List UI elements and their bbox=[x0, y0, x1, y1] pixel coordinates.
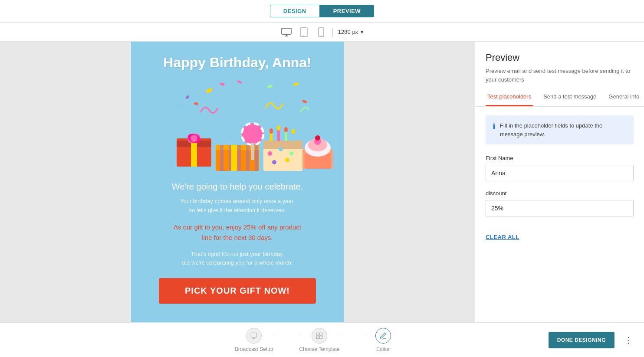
email-body-heading: We're going to help you celebrate. bbox=[144, 182, 331, 192]
svg-point-6 bbox=[321, 35, 322, 36]
svg-point-41 bbox=[269, 128, 273, 134]
panel-content: ℹ Fill in the placeholder fields to upda… bbox=[475, 107, 644, 322]
panel-tabs: Test placeholders Send a test message Ge… bbox=[475, 88, 644, 107]
mobile-icon[interactable] bbox=[315, 27, 327, 37]
svg-rect-60 bbox=[320, 336, 322, 338]
svg-point-7 bbox=[205, 88, 213, 94]
svg-rect-58 bbox=[320, 333, 322, 335]
svg-rect-54 bbox=[251, 333, 257, 337]
discount-label: discount bbox=[486, 190, 634, 197]
svg-point-53 bbox=[315, 135, 320, 141]
email-header: Happy Birthday, Anna! bbox=[131, 42, 344, 71]
step-choose-template[interactable]: Choose Template bbox=[299, 328, 340, 352]
broadcast-setup-label: Broadcast Setup bbox=[235, 346, 273, 352]
email-preview: Happy Birthday, Anna! bbox=[131, 42, 344, 322]
svg-rect-28 bbox=[255, 145, 258, 171]
email-body: We're going to help you celebrate. Your … bbox=[131, 173, 344, 317]
panel-header: Preview Preview email and send test mess… bbox=[475, 42, 644, 88]
more-options-button[interactable]: ⋮ bbox=[621, 333, 635, 347]
svg-point-4 bbox=[303, 35, 304, 36]
svg-point-10 bbox=[280, 92, 286, 98]
preview-tab[interactable]: PREVIEW bbox=[320, 5, 374, 17]
discount-input[interactable] bbox=[486, 200, 634, 216]
cta-button[interactable]: PICK YOUR GIFT NOW! bbox=[159, 278, 316, 304]
svg-point-36 bbox=[272, 160, 276, 164]
editor-label: Editor bbox=[376, 346, 390, 352]
svg-point-45 bbox=[242, 123, 263, 145]
svg-rect-38 bbox=[277, 129, 280, 141]
width-value: 1280 px bbox=[338, 29, 358, 35]
choose-template-label: Choose Template bbox=[299, 346, 340, 352]
svg-point-35 bbox=[285, 158, 289, 162]
editor-icon bbox=[375, 328, 391, 344]
chevron-down-icon: ▾ bbox=[361, 29, 364, 35]
right-panel: Preview Preview email and send test mess… bbox=[475, 42, 644, 322]
panel-title: Preview bbox=[486, 52, 634, 63]
step-editor[interactable]: Editor bbox=[366, 328, 401, 352]
info-box: ℹ Fill in the placeholder fields to upda… bbox=[486, 115, 634, 144]
tab-test-placeholders[interactable]: Test placeholders bbox=[486, 88, 533, 106]
svg-rect-24 bbox=[220, 145, 223, 171]
svg-rect-59 bbox=[316, 336, 319, 338]
svg-point-34 bbox=[289, 151, 294, 156]
svg-point-9 bbox=[266, 84, 273, 88]
svg-point-44 bbox=[292, 129, 295, 134]
first-name-input[interactable] bbox=[486, 165, 634, 181]
svg-rect-29 bbox=[231, 145, 237, 171]
email-subtext: Your birthday comes around only once a y… bbox=[144, 197, 331, 215]
done-designing-button[interactable]: DONE DESIGNING bbox=[549, 332, 614, 348]
svg-point-11 bbox=[194, 102, 199, 105]
tablet-icon[interactable] bbox=[298, 27, 310, 37]
svg-point-43 bbox=[284, 127, 288, 132]
svg-rect-0 bbox=[282, 28, 291, 34]
birthday-illustration bbox=[131, 78, 344, 173]
email-subtext2: That's right! It's not just your birthda… bbox=[144, 250, 331, 268]
step-broadcast-setup[interactable]: Broadcast Setup bbox=[235, 328, 273, 352]
svg-rect-26 bbox=[237, 145, 241, 171]
tab-general-info[interactable]: General info bbox=[607, 88, 641, 106]
svg-point-15 bbox=[302, 99, 307, 104]
svg-point-8 bbox=[219, 82, 225, 86]
clear-all-button[interactable]: CLEAR ALL bbox=[486, 234, 519, 240]
svg-point-14 bbox=[185, 95, 190, 99]
svg-point-21 bbox=[191, 135, 197, 142]
first-name-label: First Name bbox=[486, 155, 634, 161]
choose-template-icon bbox=[312, 328, 327, 344]
divider bbox=[332, 28, 333, 36]
canvas-area[interactable]: Happy Birthday, Anna! bbox=[0, 42, 475, 322]
svg-rect-27 bbox=[246, 145, 250, 171]
desktop-icon[interactable] bbox=[280, 27, 292, 37]
main-area: Happy Birthday, Anna! bbox=[0, 42, 644, 322]
svg-rect-31 bbox=[263, 141, 302, 149]
svg-rect-47 bbox=[251, 143, 254, 160]
bottom-steps: Broadcast Setup Choose Template bbox=[87, 328, 549, 352]
svg-rect-57 bbox=[316, 333, 319, 335]
design-tab[interactable]: DESIGN bbox=[270, 5, 320, 17]
step-connector-2 bbox=[340, 336, 366, 337]
svg-point-32 bbox=[268, 151, 272, 156]
svg-point-42 bbox=[277, 125, 280, 131]
bottom-nav: Broadcast Setup Choose Template bbox=[0, 322, 644, 357]
device-bar: 1280 px ▾ bbox=[0, 23, 644, 42]
svg-point-12 bbox=[292, 82, 299, 86]
top-toolbar: DESIGN PREVIEW bbox=[0, 0, 644, 23]
step-connector-1 bbox=[273, 336, 299, 337]
info-icon: ℹ bbox=[493, 122, 496, 131]
panel-subtitle: Preview email and send test message befo… bbox=[486, 67, 634, 84]
svg-point-13 bbox=[237, 80, 243, 84]
width-selector[interactable]: 1280 px ▾ bbox=[338, 29, 364, 35]
svg-point-33 bbox=[279, 147, 283, 151]
email-highlight: As our gift to you, enjoy 25% off any pr… bbox=[144, 222, 331, 243]
email-title: Happy Birthday, Anna! bbox=[140, 55, 335, 71]
info-text: Fill in the placeholder fields to update… bbox=[500, 121, 627, 138]
tab-send-test[interactable]: Send a test message bbox=[542, 88, 598, 106]
broadcast-setup-icon bbox=[246, 328, 262, 344]
